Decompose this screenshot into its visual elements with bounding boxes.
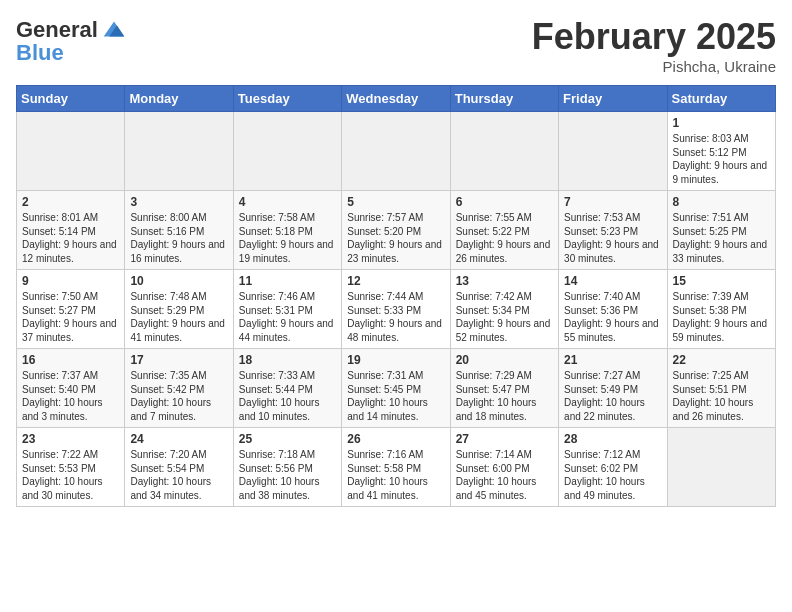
calendar-week-1: 1Sunrise: 8:03 AM Sunset: 5:12 PM Daylig… [17, 112, 776, 191]
page-header: General Blue February 2025 Pishcha, Ukra… [16, 16, 776, 75]
calendar-cell [125, 112, 233, 191]
day-info: Sunrise: 8:03 AM Sunset: 5:12 PM Dayligh… [673, 132, 770, 186]
day-number: 19 [347, 353, 444, 367]
day-number: 15 [673, 274, 770, 288]
calendar-cell: 21Sunrise: 7:27 AM Sunset: 5:49 PM Dayli… [559, 349, 667, 428]
day-number: 25 [239, 432, 336, 446]
calendar-cell: 6Sunrise: 7:55 AM Sunset: 5:22 PM Daylig… [450, 191, 558, 270]
day-info: Sunrise: 7:20 AM Sunset: 5:54 PM Dayligh… [130, 448, 227, 502]
calendar-cell: 22Sunrise: 7:25 AM Sunset: 5:51 PM Dayli… [667, 349, 775, 428]
day-info: Sunrise: 7:50 AM Sunset: 5:27 PM Dayligh… [22, 290, 119, 344]
day-info: Sunrise: 7:31 AM Sunset: 5:45 PM Dayligh… [347, 369, 444, 423]
calendar-week-4: 16Sunrise: 7:37 AM Sunset: 5:40 PM Dayli… [17, 349, 776, 428]
calendar-cell: 14Sunrise: 7:40 AM Sunset: 5:36 PM Dayli… [559, 270, 667, 349]
calendar-cell: 20Sunrise: 7:29 AM Sunset: 5:47 PM Dayli… [450, 349, 558, 428]
calendar-cell: 7Sunrise: 7:53 AM Sunset: 5:23 PM Daylig… [559, 191, 667, 270]
calendar-cell: 23Sunrise: 7:22 AM Sunset: 5:53 PM Dayli… [17, 428, 125, 507]
calendar-subtitle: Pishcha, Ukraine [532, 58, 776, 75]
calendar-cell: 1Sunrise: 8:03 AM Sunset: 5:12 PM Daylig… [667, 112, 775, 191]
day-number: 17 [130, 353, 227, 367]
calendar-cell: 18Sunrise: 7:33 AM Sunset: 5:44 PM Dayli… [233, 349, 341, 428]
calendar-cell [667, 428, 775, 507]
calendar-cell: 11Sunrise: 7:46 AM Sunset: 5:31 PM Dayli… [233, 270, 341, 349]
day-number: 6 [456, 195, 553, 209]
logo-icon [100, 16, 128, 44]
calendar-title: February 2025 [532, 16, 776, 58]
calendar-cell: 4Sunrise: 7:58 AM Sunset: 5:18 PM Daylig… [233, 191, 341, 270]
day-number: 24 [130, 432, 227, 446]
calendar-cell: 8Sunrise: 7:51 AM Sunset: 5:25 PM Daylig… [667, 191, 775, 270]
day-info: Sunrise: 7:12 AM Sunset: 6:02 PM Dayligh… [564, 448, 661, 502]
day-info: Sunrise: 7:57 AM Sunset: 5:20 PM Dayligh… [347, 211, 444, 265]
day-info: Sunrise: 7:42 AM Sunset: 5:34 PM Dayligh… [456, 290, 553, 344]
day-info: Sunrise: 7:22 AM Sunset: 5:53 PM Dayligh… [22, 448, 119, 502]
calendar-cell [450, 112, 558, 191]
day-info: Sunrise: 7:58 AM Sunset: 5:18 PM Dayligh… [239, 211, 336, 265]
day-info: Sunrise: 8:01 AM Sunset: 5:14 PM Dayligh… [22, 211, 119, 265]
day-number: 26 [347, 432, 444, 446]
day-info: Sunrise: 7:29 AM Sunset: 5:47 PM Dayligh… [456, 369, 553, 423]
day-number: 16 [22, 353, 119, 367]
day-number: 5 [347, 195, 444, 209]
weekday-header-friday: Friday [559, 86, 667, 112]
calendar-cell: 19Sunrise: 7:31 AM Sunset: 5:45 PM Dayli… [342, 349, 450, 428]
day-info: Sunrise: 7:25 AM Sunset: 5:51 PM Dayligh… [673, 369, 770, 423]
calendar-table: SundayMondayTuesdayWednesdayThursdayFrid… [16, 85, 776, 507]
calendar-cell: 17Sunrise: 7:35 AM Sunset: 5:42 PM Dayli… [125, 349, 233, 428]
day-info: Sunrise: 7:46 AM Sunset: 5:31 PM Dayligh… [239, 290, 336, 344]
day-number: 9 [22, 274, 119, 288]
calendar-cell: 9Sunrise: 7:50 AM Sunset: 5:27 PM Daylig… [17, 270, 125, 349]
day-number: 28 [564, 432, 661, 446]
day-info: Sunrise: 7:16 AM Sunset: 5:58 PM Dayligh… [347, 448, 444, 502]
day-number: 7 [564, 195, 661, 209]
calendar-cell: 13Sunrise: 7:42 AM Sunset: 5:34 PM Dayli… [450, 270, 558, 349]
calendar-week-3: 9Sunrise: 7:50 AM Sunset: 5:27 PM Daylig… [17, 270, 776, 349]
day-number: 27 [456, 432, 553, 446]
calendar-week-5: 23Sunrise: 7:22 AM Sunset: 5:53 PM Dayli… [17, 428, 776, 507]
calendar-cell: 12Sunrise: 7:44 AM Sunset: 5:33 PM Dayli… [342, 270, 450, 349]
calendar-cell: 24Sunrise: 7:20 AM Sunset: 5:54 PM Dayli… [125, 428, 233, 507]
day-number: 4 [239, 195, 336, 209]
calendar-cell: 27Sunrise: 7:14 AM Sunset: 6:00 PM Dayli… [450, 428, 558, 507]
calendar-cell [17, 112, 125, 191]
day-info: Sunrise: 7:44 AM Sunset: 5:33 PM Dayligh… [347, 290, 444, 344]
day-info: Sunrise: 7:48 AM Sunset: 5:29 PM Dayligh… [130, 290, 227, 344]
calendar-cell [233, 112, 341, 191]
calendar-cell: 2Sunrise: 8:01 AM Sunset: 5:14 PM Daylig… [17, 191, 125, 270]
day-info: Sunrise: 7:37 AM Sunset: 5:40 PM Dayligh… [22, 369, 119, 423]
day-info: Sunrise: 7:39 AM Sunset: 5:38 PM Dayligh… [673, 290, 770, 344]
day-number: 10 [130, 274, 227, 288]
day-info: Sunrise: 7:51 AM Sunset: 5:25 PM Dayligh… [673, 211, 770, 265]
day-number: 12 [347, 274, 444, 288]
calendar-cell: 28Sunrise: 7:12 AM Sunset: 6:02 PM Dayli… [559, 428, 667, 507]
title-block: February 2025 Pishcha, Ukraine [532, 16, 776, 75]
weekday-header-thursday: Thursday [450, 86, 558, 112]
day-number: 21 [564, 353, 661, 367]
day-info: Sunrise: 7:18 AM Sunset: 5:56 PM Dayligh… [239, 448, 336, 502]
calendar-cell: 5Sunrise: 7:57 AM Sunset: 5:20 PM Daylig… [342, 191, 450, 270]
day-number: 3 [130, 195, 227, 209]
day-number: 18 [239, 353, 336, 367]
weekday-header-row: SundayMondayTuesdayWednesdayThursdayFrid… [17, 86, 776, 112]
calendar-cell: 25Sunrise: 7:18 AM Sunset: 5:56 PM Dayli… [233, 428, 341, 507]
weekday-header-sunday: Sunday [17, 86, 125, 112]
calendar-body: 1Sunrise: 8:03 AM Sunset: 5:12 PM Daylig… [17, 112, 776, 507]
day-info: Sunrise: 7:33 AM Sunset: 5:44 PM Dayligh… [239, 369, 336, 423]
day-info: Sunrise: 7:35 AM Sunset: 5:42 PM Dayligh… [130, 369, 227, 423]
logo: General Blue [16, 16, 128, 66]
logo-text: General [16, 18, 98, 42]
day-info: Sunrise: 7:55 AM Sunset: 5:22 PM Dayligh… [456, 211, 553, 265]
weekday-header-tuesday: Tuesday [233, 86, 341, 112]
calendar-cell [559, 112, 667, 191]
day-number: 20 [456, 353, 553, 367]
calendar-cell: 16Sunrise: 7:37 AM Sunset: 5:40 PM Dayli… [17, 349, 125, 428]
day-number: 23 [22, 432, 119, 446]
day-number: 13 [456, 274, 553, 288]
calendar-week-2: 2Sunrise: 8:01 AM Sunset: 5:14 PM Daylig… [17, 191, 776, 270]
day-info: Sunrise: 8:00 AM Sunset: 5:16 PM Dayligh… [130, 211, 227, 265]
day-number: 22 [673, 353, 770, 367]
calendar-cell: 10Sunrise: 7:48 AM Sunset: 5:29 PM Dayli… [125, 270, 233, 349]
day-info: Sunrise: 7:53 AM Sunset: 5:23 PM Dayligh… [564, 211, 661, 265]
day-number: 14 [564, 274, 661, 288]
weekday-header-wednesday: Wednesday [342, 86, 450, 112]
